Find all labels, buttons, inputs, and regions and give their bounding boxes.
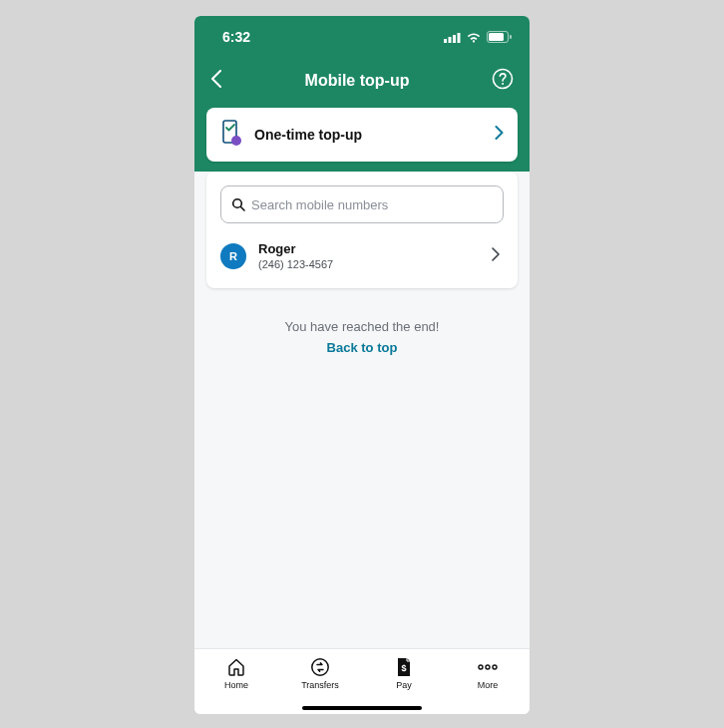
one-time-topup-row[interactable]: One-time top-up (206, 108, 518, 162)
end-text: You have reached the end! (194, 319, 530, 334)
home-indicator (302, 706, 422, 710)
svg-point-16 (486, 665, 490, 669)
signal-icon (444, 32, 461, 43)
content-area: One-time top-up Search mobile numbers R … (194, 172, 530, 648)
tab-pay-label: Pay (396, 680, 412, 690)
svg-point-15 (479, 665, 483, 669)
more-icon (477, 657, 499, 677)
status-bar: 6:32 (194, 24, 530, 46)
tab-pay[interactable]: $ Pay (362, 657, 446, 690)
svg-point-13 (312, 659, 328, 675)
svg-rect-0 (444, 39, 447, 43)
help-icon (492, 68, 514, 90)
page-title: Mobile top-up (305, 72, 410, 90)
svg-rect-5 (489, 33, 504, 41)
home-icon (226, 657, 246, 677)
phone-frame: 6:32 Mobile top-up (194, 16, 530, 714)
svg-rect-2 (453, 35, 456, 43)
svg-rect-6 (510, 35, 512, 39)
tab-transfers-label: Transfers (301, 680, 339, 690)
contact-row[interactable]: R Roger (246) 123-4567 (220, 227, 504, 274)
svg-point-17 (493, 665, 497, 669)
avatar: R (220, 243, 246, 269)
contact-info: Roger (246) 123-4567 (258, 241, 480, 270)
search-icon (231, 197, 245, 211)
onetime-label: One-time top-up (254, 127, 362, 143)
wifi-icon (466, 32, 482, 43)
phone-topup-icon (220, 120, 242, 150)
battery-icon (487, 31, 512, 43)
svg-line-12 (241, 207, 245, 211)
onetime-left: One-time top-up (220, 120, 362, 150)
transfers-icon (310, 657, 330, 677)
chevron-right-icon (495, 126, 504, 144)
back-to-top-link[interactable]: Back to top (194, 340, 530, 355)
svg-point-10 (231, 136, 241, 146)
tab-bar: Home Transfers $ Pay More (194, 648, 530, 714)
tab-home-label: Home (224, 680, 248, 690)
search-placeholder: Search mobile numbers (251, 197, 388, 212)
nav-row: Mobile top-up (194, 46, 530, 94)
end-block: You have reached the end! Back to top (194, 319, 530, 355)
help-button[interactable] (492, 68, 514, 94)
pay-icon: $ (395, 657, 413, 677)
search-input[interactable]: Search mobile numbers (220, 185, 504, 223)
tab-more[interactable]: More (446, 657, 530, 690)
tab-transfers[interactable]: Transfers (278, 657, 362, 690)
status-icons (444, 31, 512, 43)
back-button[interactable] (210, 70, 222, 92)
svg-rect-1 (449, 37, 452, 43)
status-time: 6:32 (222, 29, 250, 45)
chevron-left-icon (210, 70, 222, 88)
search-card: Search mobile numbers R Roger (246) 123-… (206, 172, 518, 288)
contact-number: (246) 123-4567 (258, 258, 480, 270)
tab-more-label: More (478, 680, 499, 690)
chevron-right-icon (492, 247, 500, 265)
svg-text:$: $ (401, 663, 406, 673)
svg-point-8 (502, 83, 504, 85)
svg-rect-3 (458, 33, 461, 43)
contact-name: Roger (258, 241, 480, 256)
tab-home[interactable]: Home (194, 657, 278, 690)
